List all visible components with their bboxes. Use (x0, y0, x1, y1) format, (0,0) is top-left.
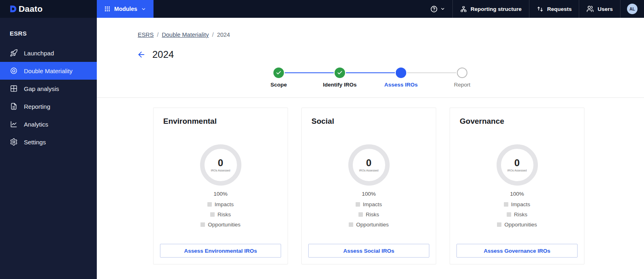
sidebar-item-gap-analysis[interactable]: Gap analysis (0, 80, 97, 97)
assess-governance-iros-button[interactable]: Assess Governance IROs (456, 244, 578, 258)
back-button[interactable] (137, 50, 146, 59)
breadcrumb-separator: / (212, 32, 214, 38)
legend-swatch (497, 222, 501, 227)
donut-caption: IROs Assessed (508, 169, 527, 172)
sidebar-item-label: Launchpad (24, 50, 54, 57)
legend-item-impacts: Impacts (207, 201, 234, 207)
legend-label: Impacts (215, 201, 234, 207)
help-icon (430, 5, 438, 13)
legend-swatch (207, 202, 212, 207)
check-icon (276, 70, 281, 76)
breadcrumb-link-esrs[interactable]: ESRS (138, 32, 154, 38)
legend-label: Risks (366, 211, 379, 218)
reporting-structure-label: Reporting structure (471, 6, 522, 12)
assess-environmental-iros-button[interactable]: Assess Environmental IROs (160, 244, 281, 258)
donut-chart: 0 IROs Assessed (348, 144, 390, 186)
step-label: Assess IROs (384, 82, 418, 88)
legend-label: Opportunities (208, 222, 240, 228)
avatar-wrap: AL (620, 0, 644, 18)
legend: Impacts Risks Opportunities (308, 201, 429, 228)
modules-button[interactable]: Modules (97, 0, 154, 18)
sidebar-item-launchpad[interactable]: Launchpad (0, 44, 97, 62)
legend: Impacts Risks Opportunities (160, 201, 281, 228)
donut-percent: 100% (308, 191, 429, 197)
brand-logo[interactable]: Daato (0, 0, 97, 18)
step-report[interactable]: Report (443, 68, 482, 88)
legend: Impacts Risks Opportunities (456, 201, 578, 228)
breadcrumb-current: 2024 (217, 32, 230, 38)
card-title: Governance (456, 117, 578, 126)
legend-item-opportunities: Opportunities (497, 222, 537, 228)
legend-swatch (358, 212, 363, 217)
sidebar-item-label: Reporting (24, 103, 50, 110)
brand-logo-text: Daato (19, 4, 43, 14)
legend-label: Risks (514, 211, 527, 218)
brand-logo-icon (9, 5, 17, 13)
card-social: Social 0 IROs Assessed 100% Impacts (301, 108, 436, 264)
donut-count: 0 (514, 158, 520, 168)
legend-item-impacts: Impacts (504, 201, 530, 207)
step-current-dot (396, 68, 406, 78)
check-icon (337, 70, 343, 76)
step-complete-dot (335, 68, 345, 78)
legend-label: Opportunities (356, 222, 388, 228)
donut-chart: 0 IROs Assessed (200, 144, 241, 186)
legend-item-opportunities: Opportunities (349, 222, 388, 228)
grid-icon (104, 6, 111, 12)
body-row: ESRS Launchpad Double Materiality Gap an… (0, 18, 644, 279)
legend-label: Impacts (511, 201, 530, 207)
requests-button[interactable]: Requests (529, 0, 579, 18)
step-upcoming-dot (457, 68, 467, 78)
legend-item-impacts: Impacts (356, 201, 382, 207)
sidebar: ESRS Launchpad Double Materiality Gap an… (0, 18, 97, 279)
step-scope[interactable]: Scope (259, 68, 298, 88)
stepper-wrap: Scope Identify IROs (97, 68, 644, 88)
card-title: Social (308, 117, 429, 126)
sidebar-item-label: Analytics (24, 121, 48, 128)
step-assess-iros[interactable]: Assess IROs (382, 68, 420, 88)
card-environmental: Environmental 0 IROs Assessed 100% Impac… (153, 108, 288, 264)
donut-percent: 100% (160, 191, 281, 197)
legend-label: Risks (218, 211, 231, 218)
sitemap-icon (460, 6, 467, 13)
stepper: Scope Identify IROs (259, 68, 482, 88)
sidebar-item-label: Gap analysis (24, 85, 59, 92)
breadcrumb-link-double-materiality[interactable]: Double Materiality (162, 32, 209, 38)
legend-swatch (507, 212, 511, 217)
grid-table-icon (10, 85, 18, 93)
users-button[interactable]: Users (579, 0, 620, 18)
line-chart-icon (10, 120, 18, 128)
help-menu[interactable] (423, 0, 452, 18)
sidebar-item-analytics[interactable]: Analytics (0, 115, 97, 133)
breadcrumb-separator: / (157, 32, 159, 38)
step-label: Scope (271, 82, 287, 88)
gear-icon (10, 138, 18, 146)
avatar[interactable]: AL (627, 4, 638, 14)
sidebar-item-settings[interactable]: Settings (0, 133, 97, 151)
legend-item-risks: Risks (507, 211, 527, 218)
reporting-structure-button[interactable]: Reporting structure (452, 0, 529, 18)
donut-count: 0 (218, 158, 223, 168)
step-identify-iros[interactable]: Identify IROs (320, 68, 359, 88)
page-title: 2024 (152, 49, 174, 60)
legend-label: Opportunities (504, 222, 537, 228)
legend-item-opportunities: Opportunities (200, 222, 240, 228)
main-content: ESRS / Double Materiality / 2024 2024 (97, 18, 644, 279)
document-icon (10, 102, 18, 110)
chevron-down-icon (141, 6, 146, 12)
topbar: Daato Modules (0, 0, 644, 18)
legend-label: Impacts (363, 201, 382, 207)
assess-social-iros-button[interactable]: Assess Social IROs (308, 244, 429, 258)
sidebar-item-reporting[interactable]: Reporting (0, 97, 97, 115)
sidebar-item-double-materiality[interactable]: Double Materiality (0, 62, 97, 80)
legend-item-risks: Risks (358, 211, 379, 218)
legend-swatch (349, 222, 353, 227)
legend-item-risks: Risks (210, 211, 231, 218)
topbar-right: Reporting structure Requests Users AL (423, 0, 644, 18)
swap-arrows-icon (537, 6, 544, 13)
donut-count: 0 (366, 158, 371, 168)
card-title: Environmental (160, 117, 281, 126)
app-shell: Daato Modules (0, 0, 644, 279)
donut-caption: IROs Assessed (359, 169, 379, 172)
donut-percent: 100% (456, 191, 578, 197)
